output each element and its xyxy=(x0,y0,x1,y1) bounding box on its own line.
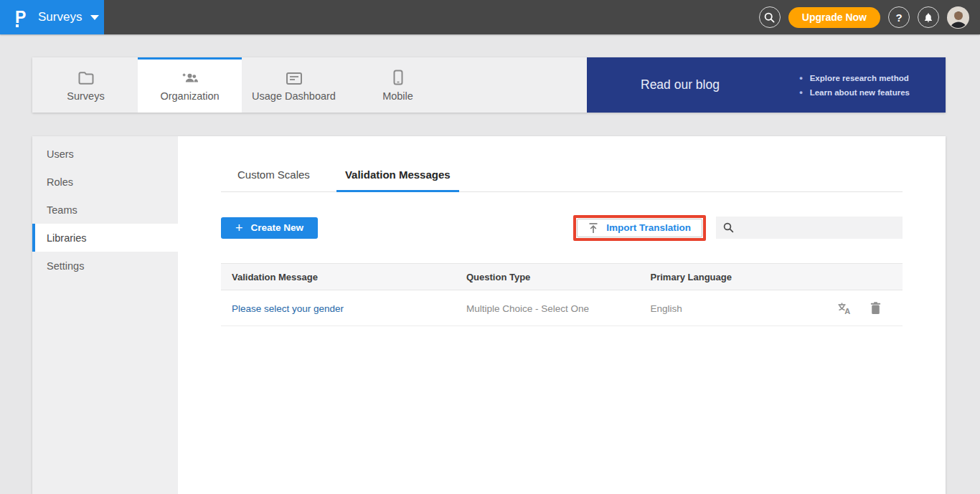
upgrade-now-button[interactable]: Upgrade Now xyxy=(788,7,880,28)
validation-message-link[interactable]: Please select your gender xyxy=(232,303,344,314)
delete-icon[interactable] xyxy=(870,302,881,315)
nav-tab-organization[interactable]: Organization xyxy=(138,57,242,113)
org-nav-card: Surveys Organization Usage Dashboard Mob… xyxy=(32,57,946,113)
blog-banner[interactable]: Read our blog Explore research method Le… xyxy=(587,57,946,113)
plus-icon: + xyxy=(235,222,243,234)
banner-bullet: Explore research method xyxy=(799,71,910,85)
sidebar-item-libraries[interactable]: Libraries xyxy=(32,224,178,252)
import-translation-annotation-highlight: Import Translation xyxy=(573,215,706,241)
table-row: Please select your gender Multiple Choic… xyxy=(221,290,903,326)
nav-tab-label: Organization xyxy=(160,90,219,102)
validation-toolbar: + Create New Import Translation xyxy=(221,214,903,241)
libraries-main-panel: Custom Scales Validation Messages + Crea… xyxy=(178,136,946,494)
notifications-button[interactable] xyxy=(918,6,939,28)
bell-icon xyxy=(923,12,933,23)
nav-tab-usage-dashboard[interactable]: Usage Dashboard xyxy=(242,57,346,113)
sidebar-item-roles[interactable]: Roles xyxy=(32,168,178,196)
nav-tab-surveys[interactable]: Surveys xyxy=(34,57,138,113)
table-search-field[interactable] xyxy=(716,217,903,239)
help-icon: ? xyxy=(895,11,902,24)
sidebar-item-users[interactable]: Users xyxy=(32,140,178,168)
col-question-type: Question Type xyxy=(466,272,651,282)
tab-custom-scales[interactable]: Custom Scales xyxy=(229,168,319,192)
col-validation-message: Validation Message xyxy=(221,272,466,282)
brand-product-switcher[interactable]: P Surveys xyxy=(0,0,104,34)
product-name: Surveys xyxy=(38,10,82,24)
chevron-down-icon xyxy=(90,15,99,20)
folder-icon xyxy=(77,68,95,85)
search-button[interactable] xyxy=(759,6,781,28)
mobile-icon xyxy=(393,68,403,85)
translate-icon[interactable]: A xyxy=(837,302,852,315)
col-primary-language: Primary Language xyxy=(651,272,821,282)
primary-language-value: English xyxy=(651,303,682,314)
question-type-value: Multiple Choice - Select One xyxy=(466,303,589,314)
dashboard-icon xyxy=(286,68,303,85)
questionpro-logo-icon: P xyxy=(15,7,31,27)
help-button[interactable]: ? xyxy=(888,6,910,28)
search-icon xyxy=(723,222,734,233)
table-header-row: Validation Message Question Type Primary… xyxy=(221,263,903,290)
tab-validation-messages[interactable]: Validation Messages xyxy=(336,168,459,192)
add-people-icon xyxy=(180,68,200,85)
banner-title: Read our blog xyxy=(641,77,720,92)
org-sidebar: Users Roles Teams Libraries Settings xyxy=(32,136,178,494)
nav-tab-label: Usage Dashboard xyxy=(252,90,336,102)
libraries-tabs: Custom Scales Validation Messages xyxy=(221,168,903,192)
validation-messages-table: Validation Message Question Type Primary… xyxy=(221,263,903,326)
sidebar-item-settings[interactable]: Settings xyxy=(32,252,178,280)
user-avatar[interactable] xyxy=(947,6,969,29)
banner-bullet-list: Explore research method Learn about new … xyxy=(799,71,910,100)
import-translation-label: Import Translation xyxy=(606,222,691,233)
import-translation-button[interactable]: Import Translation xyxy=(577,219,702,237)
search-input[interactable] xyxy=(740,222,890,233)
search-icon xyxy=(764,12,775,23)
sidebar-item-teams[interactable]: Teams xyxy=(32,196,178,224)
upload-icon xyxy=(588,222,598,234)
logo-dot xyxy=(16,24,19,27)
nav-tab-mobile[interactable]: Mobile xyxy=(346,57,450,113)
libraries-content-card: Users Roles Teams Libraries Settings Cus… xyxy=(32,136,946,494)
top-nav-tabs: Surveys Organization Usage Dashboard Mob… xyxy=(32,57,450,113)
top-bar: P Surveys Upgrade Now ? xyxy=(0,0,980,34)
banner-bullet: Learn about new features xyxy=(799,85,910,100)
nav-tab-label: Surveys xyxy=(67,90,104,102)
create-new-label: Create New xyxy=(251,222,304,233)
svg-text:A: A xyxy=(844,307,850,315)
nav-tab-label: Mobile xyxy=(382,90,413,102)
topbar-actions: Upgrade Now ? xyxy=(759,6,980,29)
create-new-button[interactable]: + Create New xyxy=(221,217,318,239)
